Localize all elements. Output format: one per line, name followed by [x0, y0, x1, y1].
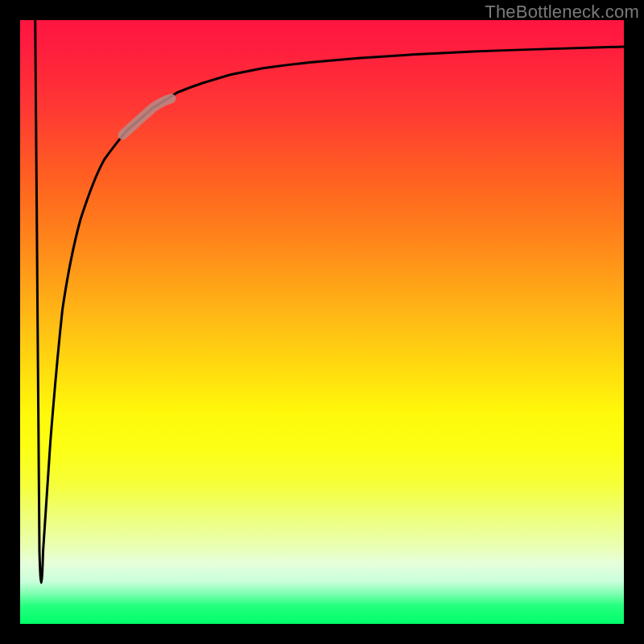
plot-area: [20, 20, 624, 624]
highlight-segment: [123, 99, 171, 135]
watermark-text: TheBottleneck.com: [485, 2, 639, 23]
curve-layer: [20, 20, 624, 624]
spike-path: [35, 20, 43, 583]
chart-frame: TheBottleneck.com: [0, 0, 644, 644]
